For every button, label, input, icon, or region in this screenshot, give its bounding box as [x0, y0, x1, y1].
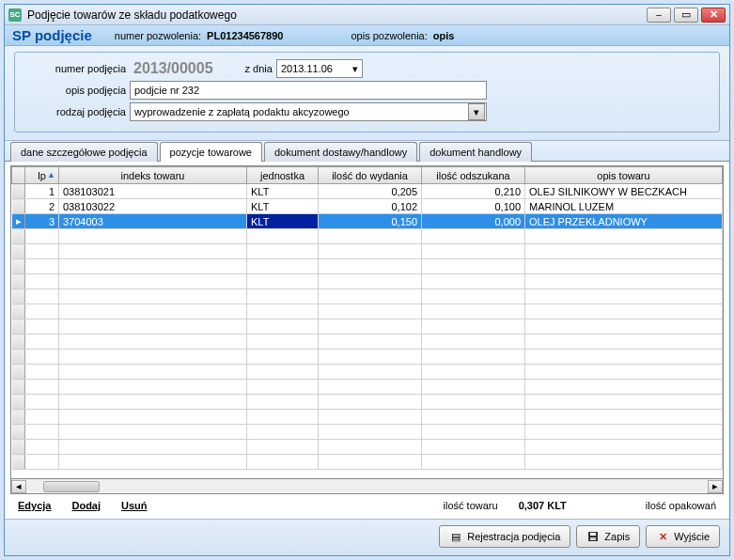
add-link[interactable]: Dodaj [71, 500, 101, 511]
table-row[interactable] [12, 229, 723, 244]
scroll-thumb[interactable] [43, 481, 100, 492]
row-gutter [12, 334, 25, 350]
qty-sum-value: 0,307 KLT [519, 500, 567, 511]
tab-details[interactable]: dane szczegółowe podjęcia [10, 142, 158, 162]
grid-action-row: Edycja Dodaj Usuń ilość towaru 0,307 KLT… [10, 494, 724, 519]
table-row[interactable] [12, 319, 723, 334]
date-input[interactable] [277, 61, 349, 76]
withdraw-type-select[interactable] [131, 104, 467, 119]
withdraw-desc-label: opis podjęcia [23, 85, 126, 96]
table-row[interactable] [12, 289, 723, 304]
grid-gutter-header [12, 167, 25, 184]
svg-rect-1 [590, 533, 596, 536]
table-row[interactable] [12, 395, 723, 410]
table-row[interactable] [12, 244, 723, 259]
horizontal-scrollbar[interactable]: ◂ ▸ [10, 479, 724, 494]
withdraw-no-label: numer podjęcia [23, 63, 126, 74]
withdraw-type-label: rodzaj podjęcia [23, 106, 126, 117]
row-gutter [12, 425, 25, 440]
col-index[interactable]: indeks towaru [59, 167, 247, 184]
scroll-right-arrow[interactable]: ▸ [708, 480, 723, 493]
tab-items[interactable]: pozycje towarowe [160, 142, 262, 162]
pack-sum-label: ilość opakowań [646, 500, 716, 511]
form-panel: numer podjęcia 2013/00005 z dnia ▾ opis … [5, 46, 729, 141]
row-gutter [12, 395, 25, 410]
row-gutter [12, 229, 25, 244]
footer-bar: ▤ Rejestracja podjęcia Zapis ✕ Wyjście [5, 519, 729, 555]
table-row[interactable]: 2038103022KLT0,1020,100MARINOL LUZEM [12, 199, 723, 214]
table-row[interactable] [12, 350, 723, 365]
minimize-button[interactable]: − [647, 8, 671, 23]
table-row[interactable]: ▸33704003KLT0,1500,000OLEJ PRZEKŁADNIOWY [12, 214, 723, 229]
withdraw-desc-input[interactable] [130, 81, 487, 100]
module-title: SP podjęcie [12, 27, 92, 43]
tab-bar: dane szczegółowe podjęcia pozycje towaro… [5, 141, 729, 162]
svg-rect-2 [590, 537, 596, 540]
table-row[interactable] [12, 304, 723, 319]
grid-panel: lp▲ indeks towaru jednostka ilość do wyd… [5, 162, 729, 519]
permit-no-label: numer pozwolenia: [115, 30, 201, 41]
tab-trade-doc[interactable]: dokument handlowy [419, 142, 532, 162]
row-gutter [12, 319, 25, 334]
table-row[interactable] [12, 440, 723, 455]
row-gutter [12, 184, 25, 199]
row-gutter [12, 455, 25, 470]
header-bar: SP podjęcie numer pozwolenia: PL01234567… [5, 25, 729, 46]
col-unit[interactable]: jednostka [247, 167, 319, 184]
tab-delivery-doc[interactable]: dokument dostawy/handlowy [264, 142, 417, 162]
dropdown-icon[interactable]: ▾ [468, 103, 485, 120]
row-gutter [12, 365, 25, 380]
app-icon: SC [8, 8, 22, 22]
table-row[interactable] [12, 274, 723, 289]
row-gutter [12, 244, 25, 259]
date-dropdown-icon[interactable]: ▾ [349, 63, 362, 75]
row-gutter [12, 199, 25, 214]
app-window: SC Podjęcie towarów ze składu podatkoweg… [4, 4, 730, 556]
row-gutter [12, 274, 25, 289]
qty-sum-label: ilość towaru [444, 500, 498, 511]
edit-link[interactable]: Edycja [18, 500, 51, 511]
sort-asc-icon: ▲ [47, 170, 55, 179]
permit-desc-label: opis pozwolenia: [351, 30, 427, 41]
items-grid[interactable]: lp▲ indeks towaru jednostka ilość do wyd… [10, 165, 724, 479]
date-label: z dnia [245, 63, 273, 74]
row-gutter [12, 410, 25, 425]
close-button[interactable]: ✕ [701, 8, 726, 23]
table-row[interactable] [12, 425, 723, 440]
table-row[interactable]: 1038103021KLT0,2050,210OLEJ SILNIKOWY W … [12, 184, 723, 199]
titlebar: SC Podjęcie towarów ze składu podatkoweg… [5, 5, 729, 25]
row-gutter [12, 289, 25, 304]
row-gutter [12, 440, 25, 455]
table-row[interactable] [12, 380, 723, 395]
table-row[interactable] [12, 455, 723, 470]
row-gutter: ▸ [12, 214, 25, 229]
exit-button[interactable]: ✕ Wyjście [646, 525, 720, 548]
row-gutter [12, 304, 25, 319]
register-button[interactable]: ▤ Rejestracja podjęcia [439, 525, 570, 548]
col-qty-found[interactable]: ilość odszukana [422, 167, 525, 184]
permit-desc-value: opis [433, 30, 455, 41]
table-row[interactable] [12, 365, 723, 380]
withdraw-no-value: 2013/00005 [133, 60, 213, 77]
register-icon: ▤ [449, 530, 462, 543]
window-title: Podjęcie towarów ze składu podatkowego [27, 8, 647, 22]
col-desc[interactable]: opis towaru [525, 167, 723, 184]
maximize-button[interactable]: ▭ [674, 8, 698, 23]
permit-no-value: PL01234567890 [207, 30, 283, 41]
col-qty-out[interactable]: ilość do wydania [319, 167, 422, 184]
save-icon [586, 530, 600, 543]
exit-icon: ✕ [656, 530, 669, 543]
col-lp[interactable]: lp▲ [25, 167, 59, 184]
save-button[interactable]: Zapis [576, 525, 640, 548]
row-gutter [12, 380, 25, 395]
row-gutter [12, 350, 25, 365]
scroll-left-arrow[interactable]: ◂ [11, 480, 26, 493]
table-row[interactable] [12, 334, 723, 350]
row-gutter [12, 259, 25, 274]
remove-link[interactable]: Usuń [121, 500, 148, 511]
table-row[interactable] [12, 259, 723, 274]
table-row[interactable] [12, 410, 723, 425]
